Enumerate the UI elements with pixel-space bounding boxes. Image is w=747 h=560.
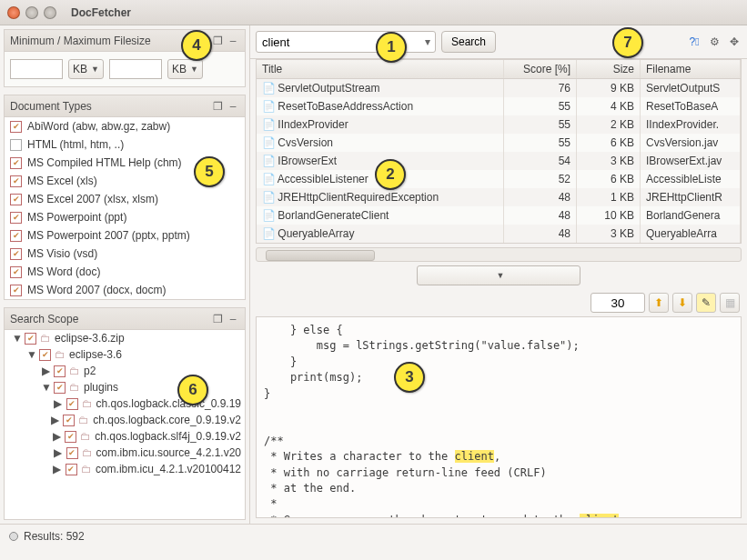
minimize-to-tray-icon[interactable]: ✥ <box>727 35 742 49</box>
tree-twisty-icon[interactable]: ▼ <box>12 332 21 345</box>
search-history-dropdown-icon[interactable]: ▾ <box>420 35 435 49</box>
min-filesize-input[interactable] <box>10 59 63 79</box>
panel-restore-icon[interactable]: ❐ <box>211 35 224 47</box>
window-maximize-button[interactable] <box>44 6 56 19</box>
doctype-checkbox[interactable] <box>10 212 22 224</box>
scope-checkbox[interactable] <box>66 398 78 410</box>
callout-6: 6 <box>177 375 208 405</box>
folder-icon: 🗀 <box>55 348 66 361</box>
results-page-combo[interactable]: ▼ <box>417 265 580 285</box>
panel-restore-icon[interactable]: ❐ <box>211 313 224 325</box>
next-occurrence-button[interactable]: ⬇ <box>672 293 692 313</box>
scope-checkbox[interactable] <box>54 365 66 377</box>
doctype-item[interactable]: MS Powerpoint (ppt) <box>5 208 245 226</box>
help-icon[interactable]: ?⃝ <box>687 35 702 49</box>
table-row[interactable]: 📄 CvsVersion556 KBCvsVersion.jav <box>257 134 741 152</box>
tree-twisty-icon[interactable]: ▶ <box>50 414 59 426</box>
preview-toolbar: ⬆ ⬇ ✎ ▦ <box>250 289 747 316</box>
doctype-checkbox[interactable] <box>10 230 22 242</box>
doctype-checkbox[interactable] <box>10 194 22 205</box>
doctypes-panel: Document Types ❐ – AbiWord (abw, abw.gz,… <box>4 95 246 300</box>
results-horizontal-scrollbar[interactable] <box>256 247 742 262</box>
doctype-label: MS Excel 2007 (xlsx, xlsm) <box>27 193 158 205</box>
doctype-checkbox[interactable] <box>10 285 22 296</box>
table-row[interactable]: 📄 ResetToBaseAddressAction554 KBResetToB… <box>257 97 741 115</box>
col-title[interactable]: Title <box>257 60 504 78</box>
scope-checkbox[interactable] <box>66 447 78 459</box>
scope-tree-row[interactable]: ▶🗀p2 <box>5 363 245 379</box>
doctype-label: MS Excel (xls) <box>27 175 97 187</box>
table-row[interactable]: 📄 IIndexProvider552 KBIIndexProvider. <box>257 115 741 134</box>
doctype-checkbox[interactable] <box>10 266 22 278</box>
tree-twisty-icon[interactable]: ▼ <box>26 348 35 361</box>
occurrence-count-field[interactable] <box>591 293 645 313</box>
scope-checkbox[interactable] <box>63 415 75 426</box>
tree-twisty-icon[interactable]: ▶ <box>53 463 62 475</box>
tree-twisty-icon[interactable]: ▶ <box>41 365 50 377</box>
scope-tree-row[interactable]: ▶🗀ch.qos.logback.slf4j_0.9.19.v2 <box>5 428 245 445</box>
scope-checkbox[interactable] <box>65 431 76 443</box>
preview-pane[interactable]: } else { msg = lStrings.getString("value… <box>256 316 742 518</box>
doctype-checkbox[interactable] <box>10 157 22 169</box>
doctype-item[interactable]: MS Excel 2007 (xlsx, xlsm) <box>5 190 245 208</box>
table-row[interactable]: 📄 QueryableArray483 KBQueryableArra <box>257 225 741 243</box>
table-row[interactable]: 📄 AccessibleListener526 KBAccessibleList… <box>257 170 741 188</box>
scope-tree-row[interactable]: ▶🗀ch.qos.logback.classic_0.9.19 <box>5 395 245 412</box>
table-row[interactable]: 📄 JREHttpClientRequiredException481 KBJR… <box>257 188 741 206</box>
doctype-item[interactable]: HTML (html, htm, ..) <box>5 135 245 154</box>
tree-twisty-icon[interactable]: ▶ <box>54 446 63 459</box>
scope-tree-row[interactable]: ▶🗀ch.qos.logback.core_0.9.19.v2 <box>5 412 245 428</box>
doctype-checkbox[interactable] <box>10 175 22 187</box>
scope-tree-row[interactable]: ▼🗀eclipse-3.6 <box>5 346 245 363</box>
view-mode-button[interactable]: ▦ <box>720 293 740 313</box>
scope-checkbox[interactable] <box>25 333 36 345</box>
status-text: Results: 592 <box>24 530 85 543</box>
doctype-item[interactable]: MS Powerpoint 2007 (pptx, pptm) <box>5 226 245 245</box>
doctype-checkbox[interactable] <box>10 139 22 151</box>
result-size: 3 KB <box>577 225 641 243</box>
tree-twisty-icon[interactable]: ▶ <box>54 397 63 410</box>
doctype-checkbox[interactable] <box>10 121 22 133</box>
panel-minimize-icon[interactable]: – <box>227 313 239 325</box>
scope-label: ch.qos.logback.classic_0.9.19 <box>96 397 241 410</box>
scope-tree-row[interactable]: ▼🗀plugins <box>5 379 245 395</box>
scope-tree-row[interactable]: ▼🗀eclipse-3.6.zip <box>5 330 245 346</box>
highlight-toggle-button[interactable]: ✎ <box>696 293 716 313</box>
table-row[interactable]: 📄 ServletOutputStream769 KBServletOutput… <box>257 79 741 97</box>
search-button[interactable]: Search <box>441 31 496 53</box>
panel-restore-icon[interactable]: ❐ <box>211 100 224 113</box>
result-title: BorlandGenerateClient <box>278 209 389 222</box>
table-row[interactable]: 📄 BorlandGenerateClient4810 KBBorlandGen… <box>257 206 741 225</box>
doctype-item[interactable]: MS Visio (vsd) <box>5 245 245 263</box>
scope-checkbox[interactable] <box>39 349 51 361</box>
scope-label: p2 <box>84 365 96 377</box>
window-minimize-button[interactable] <box>25 6 38 19</box>
callout-5: 5 <box>194 156 225 187</box>
col-score[interactable]: Score [%] <box>504 60 577 78</box>
result-filename: BorlandGenera <box>641 206 741 225</box>
table-row[interactable]: 📄 IBrowserExt543 KBIBrowserExt.jav <box>257 152 741 170</box>
result-title: ResetToBaseAddressAction <box>278 100 413 113</box>
doctype-checkbox[interactable] <box>10 248 22 260</box>
min-filesize-unit-combo[interactable]: KB▼ <box>68 59 104 79</box>
result-score: 54 <box>504 152 577 170</box>
col-filename[interactable]: Filename <box>641 60 741 78</box>
results-table: Title Score [%] Size Filename 📄 ServletO… <box>256 59 742 244</box>
doctype-item[interactable]: MS Word (doc) <box>5 263 245 281</box>
max-filesize-input[interactable] <box>109 59 162 79</box>
preferences-icon[interactable]: ⚙ <box>707 35 722 49</box>
scope-checkbox[interactable] <box>66 464 77 475</box>
panel-minimize-icon[interactable]: – <box>227 35 239 47</box>
max-filesize-unit-combo[interactable]: KB▼ <box>167 59 203 79</box>
window-close-button[interactable] <box>7 6 20 19</box>
doctype-item[interactable]: AbiWord (abw, abw.gz, zabw) <box>5 117 245 135</box>
col-size[interactable]: Size <box>577 60 641 78</box>
scope-tree-row[interactable]: ▶🗀com.ibm.icu.source_4.2.1.v20 <box>5 445 245 461</box>
panel-minimize-icon[interactable]: – <box>227 100 239 113</box>
doctype-item[interactable]: MS Word 2007 (docx, docm) <box>5 281 245 299</box>
scope-checkbox[interactable] <box>54 382 66 394</box>
tree-twisty-icon[interactable]: ▼ <box>41 381 50 394</box>
scope-tree-row[interactable]: ▶🗀com.ibm.icu_4.2.1.v20100412 <box>5 461 245 477</box>
tree-twisty-icon[interactable]: ▶ <box>52 430 61 443</box>
prev-occurrence-button[interactable]: ⬆ <box>649 293 669 313</box>
